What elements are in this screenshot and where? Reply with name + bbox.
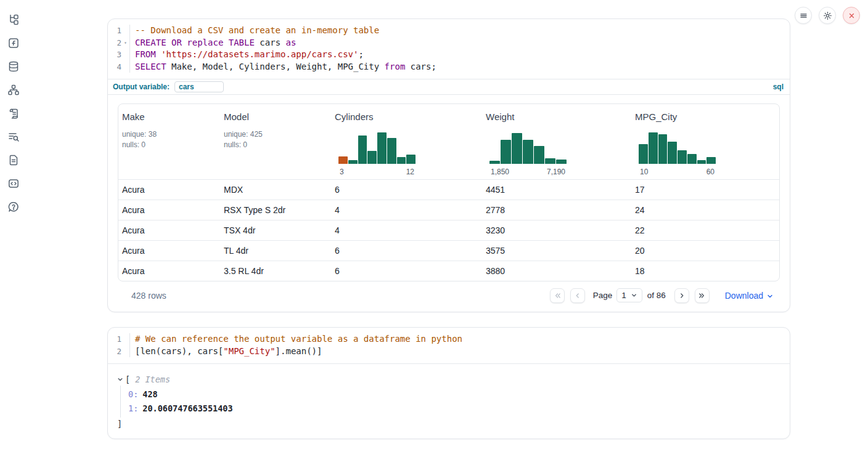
- snippets-icon[interactable]: [6, 176, 21, 191]
- dependency-graph-icon[interactable]: [6, 83, 21, 97]
- documentation-icon[interactable]: [6, 153, 21, 168]
- histogram-bar: [489, 161, 500, 164]
- chevron-left-icon: [574, 292, 581, 299]
- line-number: 4: [117, 61, 121, 73]
- histogram-range-labels: 1060: [639, 168, 716, 176]
- line-number: 1: [117, 333, 121, 346]
- column-stats: unique: 425nulls: 0: [224, 129, 324, 150]
- table-cell: MDX: [220, 185, 331, 195]
- column-header-cylinders[interactable]: Cylinders312: [331, 104, 482, 179]
- shutdown-button[interactable]: [843, 7, 860, 24]
- table-cell: RSX Type S 2dr: [220, 205, 331, 215]
- row-count: 428 rows: [131, 291, 166, 301]
- tree-entry-value: 428: [142, 389, 157, 399]
- code-text: CREATE OR replace TABLE cars as: [130, 37, 296, 49]
- table-row[interactable]: Acura3.5 RL 4dr6388018: [118, 261, 779, 281]
- line-number: 1: [117, 25, 121, 37]
- settings-button[interactable]: [819, 7, 836, 24]
- tree-entries: 0:4281:20.060747663551403: [120, 386, 790, 418]
- column-header-make[interactable]: Makeunique: 38nulls: 0: [118, 104, 220, 179]
- menu-button[interactable]: [795, 7, 812, 24]
- histogram-bar: [556, 160, 567, 164]
- histogram-bar: [697, 160, 706, 164]
- chevron-down-icon: [766, 293, 774, 300]
- table-cell: TSX 4dr: [220, 225, 331, 235]
- histogram-bar: [512, 133, 522, 164]
- histogram-bar: [523, 140, 533, 164]
- histogram-bar: [687, 154, 697, 164]
- tree-entry-key: 0:: [128, 389, 138, 399]
- python-code-editor[interactable]: 1# We can reference the output variable …: [108, 328, 790, 363]
- code-text: # We can reference the output variable a…: [130, 333, 462, 346]
- fold-chevron-icon[interactable]: ▾: [121, 37, 129, 49]
- column-stats: unique: 38nulls: 0: [122, 129, 213, 150]
- table-cell: Acura: [118, 266, 220, 276]
- column-name: Model: [224, 111, 324, 122]
- histogram-bar: [706, 157, 716, 164]
- table-cell: 6: [331, 246, 482, 256]
- column-name: MPG_City: [635, 111, 772, 122]
- last-page-button[interactable]: [695, 288, 710, 303]
- histogram-bar: [668, 142, 677, 164]
- items-count-label: 2 Items: [135, 373, 170, 386]
- sql-code-editor[interactable]: 1-- Download a CSV and create an in-memo…: [108, 19, 790, 79]
- output-variable-input[interactable]: [174, 81, 224, 92]
- column-histogram: [489, 131, 567, 164]
- line-number: 2: [117, 37, 121, 49]
- datasources-icon[interactable]: [6, 59, 21, 74]
- download-label: Download: [725, 291, 763, 301]
- sql-output-area: Makeunique: 38nulls: 0Modelunique: 425nu…: [108, 95, 790, 312]
- file-tree-icon[interactable]: [6, 12, 21, 27]
- table-cell: 3230: [482, 225, 631, 235]
- column-header-weight[interactable]: Weight1,8507,190: [482, 104, 631, 179]
- chevron-right-icon: [678, 292, 686, 299]
- table-cell: 22: [631, 225, 779, 235]
- table-cell: 6: [331, 185, 482, 195]
- histogram-bar: [367, 151, 377, 164]
- column-header-model[interactable]: Modelunique: 425nulls: 0: [220, 104, 331, 179]
- prev-page-button[interactable]: [570, 288, 585, 303]
- column-header-mpg_city[interactable]: MPG_City1060: [631, 104, 779, 179]
- table-row[interactable]: AcuraTL 4dr6357520: [118, 240, 779, 261]
- notebook: 1-- Download a CSV and create an in-memo…: [107, 18, 790, 439]
- table-cell: 17: [631, 185, 779, 195]
- left-sidebar: [6, 12, 21, 214]
- page-label: Page: [593, 291, 613, 300]
- table-row[interactable]: AcuraTSX 4dr4323022: [118, 220, 779, 240]
- data-table: Makeunique: 38nulls: 0Modelunique: 425nu…: [118, 103, 780, 281]
- page-total-label: of 86: [647, 291, 666, 300]
- table-row[interactable]: AcuraRSX Type S 2dr4277824: [118, 200, 779, 220]
- chevrons-right-icon: [698, 292, 706, 299]
- download-button[interactable]: Download: [725, 291, 774, 301]
- histogram-bar: [338, 156, 348, 164]
- table-row[interactable]: AcuraMDX6445117: [118, 179, 779, 200]
- output-variable-row: Output variable: sql: [108, 79, 790, 95]
- table-cell: 24: [631, 205, 779, 215]
- table-footer: 428 rows Page 1 of 86: [118, 285, 780, 305]
- table-cell: 20: [631, 246, 779, 256]
- line-number-gutter: 1: [108, 25, 130, 37]
- logs-icon[interactable]: [6, 106, 21, 121]
- top-toolbar: [795, 7, 860, 24]
- line-number: 2: [117, 346, 121, 358]
- scratchpad-icon[interactable]: [6, 129, 21, 144]
- code-line: 3FROM 'https://datasets.marimo.app/cars.…: [108, 49, 790, 61]
- table-cell: 18: [631, 266, 779, 276]
- histogram-bar: [649, 132, 658, 164]
- column-name: Weight: [486, 111, 624, 122]
- histogram-bar: [639, 144, 648, 164]
- first-page-button[interactable]: [550, 288, 565, 303]
- python-cell: 1# We can reference the output variable …: [107, 327, 790, 439]
- histogram-bar: [397, 157, 406, 164]
- collapse-chevron-icon[interactable]: [117, 376, 125, 382]
- functions-icon[interactable]: [6, 36, 21, 51]
- page-select[interactable]: 1: [616, 288, 642, 302]
- next-page-button[interactable]: [674, 288, 689, 303]
- column-name: Make: [122, 111, 213, 122]
- histogram-bar: [377, 132, 387, 164]
- table-cell: 6: [331, 266, 482, 276]
- table-cell: 4: [331, 205, 482, 215]
- chevron-down-icon: [631, 292, 637, 299]
- language-badge: sql: [773, 83, 784, 91]
- help-icon[interactable]: [6, 200, 21, 214]
